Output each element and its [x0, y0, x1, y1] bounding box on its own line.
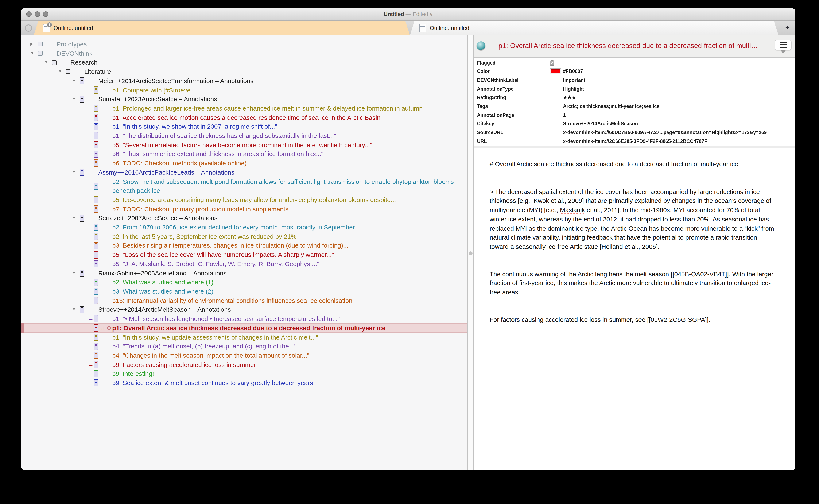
outline-item-row[interactable]: p6: "Thus, summer ice extent and thickne… [21, 150, 467, 159]
disclosure-triangle-icon[interactable]: ▼ [30, 49, 34, 58]
divider-knob[interactable] [469, 251, 472, 255]
outline-item-row[interactable]: p2: Snow melt and subsequent melt-pond f… [21, 177, 467, 195]
tab-outline-inactive[interactable]: Outline: untitled [410, 21, 779, 35]
move-down-arrow-icon[interactable]: ↓ [102, 323, 105, 333]
field-label: AnnotationPage [477, 113, 514, 118]
outline-item-row[interactable]: p5: "Loss of the sea-ice cover will have… [21, 250, 467, 259]
outline-item-row[interactable]: p1: Compare with [#Stroeve... [21, 85, 467, 94]
close-button[interactable] [26, 11, 32, 17]
info-badge-icon: i [47, 22, 52, 27]
outline-row-text: p1: Prolonged and larger ice-free areas … [112, 105, 423, 112]
outline-item-row[interactable]: ▼Serreze++2007ArcticSeaIce – Annotations [21, 214, 467, 223]
disclosure-triangle-icon[interactable]: ▼ [58, 67, 62, 76]
outline-item-row[interactable]: p1: Prolonged and larger ice-free areas … [21, 104, 467, 113]
outline-item-row[interactable]: p7: TODO: Checkout primary production mo… [21, 204, 467, 213]
outline-row-text: p1: Overall Arctic sea ice thickness dec… [112, 324, 385, 332]
outline-row-text: p3: Besides rising air temperatures, cha… [112, 242, 349, 249]
inspector-field-annotationtype: AnnotationTypeHighlight [474, 85, 795, 93]
outline-item-row[interactable]: p13: Interannual variability of environm… [21, 296, 467, 305]
outline-item-row[interactable]: ▼Assmy++2016ArcticPackIceLeads – Annotat… [21, 168, 467, 177]
title-bar: Untitled — Edited ∨ [21, 8, 795, 21]
field-link-value[interactable]: x-devonthink-item://2C66E285-3FD9-4F2F-8… [563, 139, 707, 144]
field-label: SourceURL [477, 130, 503, 135]
disclosure-triangle-icon[interactable]: ▼ [72, 76, 76, 85]
new-tab-button[interactable]: + [785, 24, 789, 32]
inspector-field-sourceurl: SourceURLx-devonthink-item://60DD7B50-90… [474, 128, 795, 137]
flagged-checkbox[interactable]: ✓ [550, 60, 554, 66]
disclosure-triangle-icon[interactable]: ▼ [72, 305, 76, 314]
zoom-button[interactable] [43, 11, 48, 17]
outline-item-row[interactable]: p6: TODO: Checkout methods (available on… [21, 159, 467, 168]
field-value: Important [563, 78, 585, 83]
collapse-triangle-icon[interactable] [780, 50, 786, 54]
pane-divider[interactable] [467, 35, 474, 470]
outline-row-text: p1: "In this study, we show that in 2007… [112, 123, 277, 130]
disclosure-triangle-icon[interactable]: ▼ [72, 214, 76, 223]
minimize-button[interactable] [35, 11, 40, 17]
outline-row-text: p4: "Trends in (a) melt onset, (b) freez… [112, 342, 296, 350]
field-link-value[interactable]: x-devonthink-item://60DD7B50-909A-4A27..… [563, 130, 767, 135]
outline-item-row[interactable]: p1: "In this study, we update assessment… [21, 333, 467, 342]
document-icon [94, 183, 98, 190]
document-paragraph: # Overall Arctic sea ice thickness decre… [490, 159, 776, 168]
outline-group-row[interactable]: ▶Prototypes [21, 40, 467, 49]
disclosure-triangle-icon[interactable]: ▼ [72, 168, 76, 177]
tab-overview-button[interactable] [25, 24, 32, 32]
incoming-link-arrow-icon: → [88, 314, 94, 323]
field-label: AnnotationType [477, 86, 513, 92]
outline-item-row[interactable]: →↓⊕p1: Overall Arctic sea ice thickness … [21, 323, 467, 333]
document-icon [94, 251, 98, 258]
incoming-link-arrow-icon: → [88, 360, 94, 369]
outline-row-text: p6: "Thus, summer ice extent and thickne… [112, 150, 323, 158]
title-chevron-icon[interactable]: ∨ [430, 12, 433, 17]
outline-row-text: p2: In the last 5 years, September ice e… [112, 233, 296, 240]
outline-group-row[interactable]: ▼Literature [21, 67, 467, 76]
outline-item-row[interactable]: p4: "Trends in (a) melt onset, (b) freez… [21, 342, 467, 351]
disclosure-triangle-icon[interactable]: ▶ [30, 40, 33, 49]
document-icon [94, 288, 98, 295]
document-icon [94, 141, 98, 148]
outline-item-row[interactable]: ▼Sumata++2023ArcticSeaIce – Annotations [21, 94, 467, 104]
disclosure-triangle-icon[interactable]: ▼ [72, 268, 76, 278]
outline-tree: ▶Prototypes▼DEVONthink▼Research▼Literatu… [21, 40, 467, 387]
add-circle-icon[interactable]: ⊕ [107, 323, 112, 333]
outline-row-text: p2: From 1979 to 2006, ice extent declin… [112, 224, 355, 231]
inspector-title: p1: Overall Arctic sea ice thickness dec… [488, 35, 768, 57]
inspector-header: p1: Overall Arctic sea ice thickness dec… [474, 35, 795, 58]
outline-item-row[interactable]: →p9: Factors causing accelerated ice los… [21, 360, 467, 369]
outline-item-row[interactable]: p9: Sea ice extent & melt onset continue… [21, 378, 467, 387]
outline-row-text: p1: "The distribution of sea ice thickne… [112, 132, 336, 139]
document-icon [94, 279, 98, 286]
disclosure-triangle-icon[interactable]: ▼ [44, 58, 48, 67]
outline-item-row[interactable]: p3: Besides rising air temperatures, cha… [21, 241, 467, 250]
outline-item-row[interactable]: ▼Meier++2014ArcticSeaIceTransformation –… [21, 76, 467, 85]
outline-item-row[interactable]: p1: Accelerated sea ice motion causes a … [21, 113, 467, 122]
outline-item-row[interactable]: p9: Interesting! [21, 369, 467, 378]
outline-item-row[interactable]: p2: What was studied and where (1) [21, 278, 467, 287]
document-paragraph: For factors causing accelerated ice loss… [490, 315, 776, 324]
outline-item-row[interactable]: p5: "Several interrelated factors have b… [21, 140, 467, 149]
screen: Untitled — Edited ∨ i Outline: untitled … [0, 0, 819, 504]
document-icon [80, 77, 84, 84]
table-view-button[interactable] [775, 39, 792, 50]
document-icon [80, 214, 84, 222]
outline-row-text: p9: Factors causing accelerated ice loss… [112, 361, 256, 368]
outline-item-row[interactable]: p4: "Changes in the melt season impact o… [21, 351, 467, 360]
color-swatch[interactable] [550, 69, 561, 74]
outline-item-row[interactable]: p2: From 1979 to 2006, ice extent declin… [21, 223, 467, 232]
outline-item-row[interactable]: p5: Ice-covered areas containing many le… [21, 195, 467, 204]
tab-outline-active[interactable]: i Outline: untitled [34, 21, 410, 35]
outline-group-row[interactable]: ▼DEVONthink [21, 49, 467, 58]
disclosure-triangle-icon[interactable]: ▼ [72, 94, 76, 104]
outline-item-row[interactable]: p1: "In this study, we show that in 2007… [21, 122, 467, 131]
outline-item-row[interactable]: p5: "J. A. Maslanik, S. Drobot, C. Fowle… [21, 259, 467, 268]
outline-group-row[interactable]: ▼Research [21, 58, 467, 67]
outline-row-text: p5: "Loss of the sea-ice cover will have… [112, 251, 334, 258]
outline-item-row[interactable]: ▼Stroeve++2014ArcticMeltSeason – Annotat… [21, 305, 467, 314]
document-text-area[interactable]: # Overall Arctic sea ice thickness decre… [474, 148, 795, 470]
outline-item-row[interactable]: p2: In the last 5 years, September ice e… [21, 232, 467, 241]
outline-item-row[interactable]: ▼Riaux-Gobin++2005AdelieLand – Annotatio… [21, 268, 467, 278]
outline-item-row[interactable]: →p1: "• Melt season has lengthened • Inc… [21, 314, 467, 323]
outline-item-row[interactable]: p3: What was studied and where (2) [21, 287, 467, 296]
outline-item-row[interactable]: p1: "The distribution of sea ice thickne… [21, 131, 467, 140]
